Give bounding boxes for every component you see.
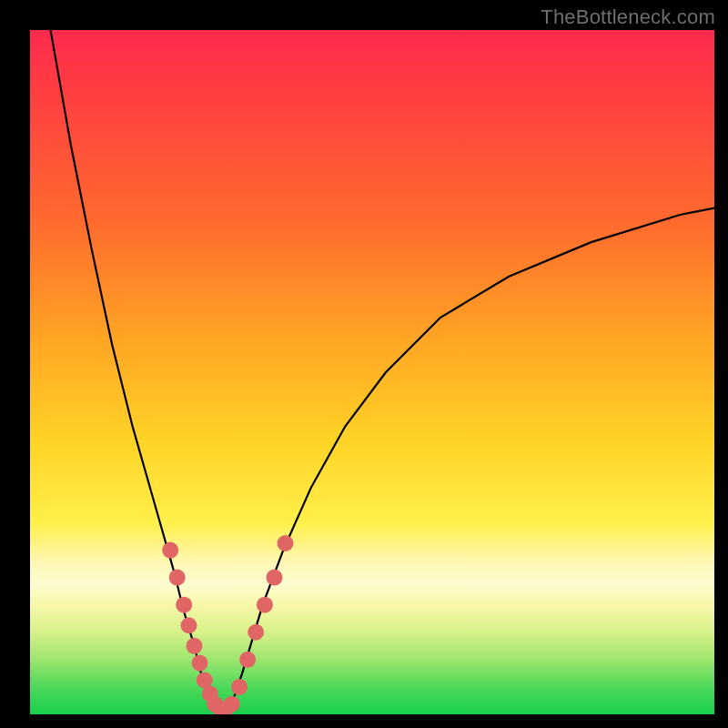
chart-frame: TheBottleneck.com bbox=[0, 0, 728, 728]
bottleneck-curve bbox=[51, 30, 714, 714]
data-point bbox=[224, 696, 240, 713]
data-point bbox=[192, 655, 208, 672]
plot-area bbox=[30, 30, 714, 714]
data-point bbox=[257, 597, 273, 613]
watermark-text: TheBottleneck.com bbox=[541, 5, 715, 29]
data-point bbox=[248, 624, 264, 641]
curve-left-branch bbox=[51, 30, 222, 714]
data-point bbox=[162, 542, 178, 559]
data-point bbox=[266, 570, 282, 586]
data-point bbox=[169, 570, 186, 586]
data-point bbox=[176, 597, 192, 613]
data-point bbox=[278, 535, 294, 551]
data-point bbox=[231, 679, 248, 695]
data-point bbox=[186, 638, 202, 654]
chart-svg bbox=[30, 30, 714, 714]
data-point bbox=[180, 617, 197, 633]
curve-right-branch bbox=[222, 208, 714, 714]
data-markers bbox=[162, 535, 293, 714]
data-point bbox=[239, 652, 256, 668]
